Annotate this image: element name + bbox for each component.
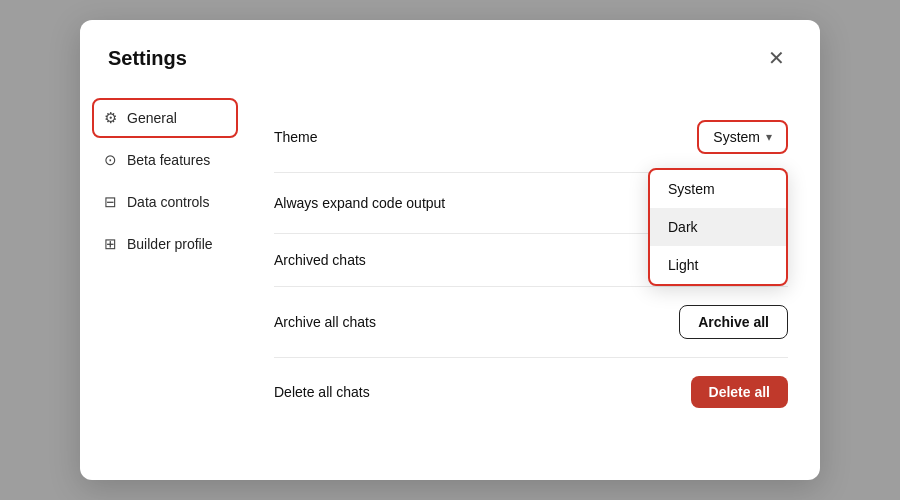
theme-control: System ▾ System Dark Light xyxy=(697,120,788,154)
sidebar-label-beta: Beta features xyxy=(127,152,210,168)
theme-option-dark[interactable]: Dark xyxy=(650,208,786,246)
builder-icon: ⊞ xyxy=(104,235,117,253)
archive-all-row: Archive all chats Archive all xyxy=(274,287,788,358)
archive-all-button[interactable]: Archive all xyxy=(679,305,788,339)
sidebar-label-data: Data controls xyxy=(127,194,209,210)
theme-selected-value: System xyxy=(713,129,760,145)
theme-dropdown-menu: System Dark Light xyxy=(648,168,788,286)
theme-dropdown-button[interactable]: System ▾ xyxy=(697,120,788,154)
sidebar-item-builder[interactable]: ⊞ Builder profile xyxy=(92,224,238,264)
delete-all-row: Delete all chats Delete all xyxy=(274,358,788,426)
sidebar: ⚙ General ⊙ Beta features ⊟ Data control… xyxy=(80,90,250,480)
modal-backdrop: Settings ✕ ⚙ General ⊙ Beta features ⊟ D… xyxy=(0,0,900,500)
modal-body: ⚙ General ⊙ Beta features ⊟ Data control… xyxy=(80,90,820,480)
chevron-down-icon: ▾ xyxy=(766,130,772,144)
sidebar-item-data[interactable]: ⊟ Data controls xyxy=(92,182,238,222)
delete-all-button[interactable]: Delete all xyxy=(691,376,788,408)
modal-title: Settings xyxy=(108,47,187,70)
sidebar-label-builder: Builder profile xyxy=(127,236,213,252)
archived-chats-label: Archived chats xyxy=(274,252,366,268)
theme-option-system[interactable]: System xyxy=(650,170,786,208)
theme-label: Theme xyxy=(274,129,318,145)
content-area: Theme System ▾ System Dark Light xyxy=(250,90,820,480)
sidebar-label-general: General xyxy=(127,110,177,126)
theme-row: Theme System ▾ System Dark Light xyxy=(274,102,788,173)
settings-modal: Settings ✕ ⚙ General ⊙ Beta features ⊟ D… xyxy=(80,20,820,480)
sidebar-item-beta[interactable]: ⊙ Beta features xyxy=(92,140,238,180)
close-icon: ✕ xyxy=(768,46,785,70)
delete-all-label: Delete all chats xyxy=(274,384,370,400)
theme-option-light[interactable]: Light xyxy=(650,246,786,284)
expand-code-label: Always expand code output xyxy=(274,195,445,211)
beta-icon: ⊙ xyxy=(104,151,117,169)
close-button[interactable]: ✕ xyxy=(760,42,792,74)
sidebar-item-general[interactable]: ⚙ General xyxy=(92,98,238,138)
general-icon: ⚙ xyxy=(104,109,117,127)
data-icon: ⊟ xyxy=(104,193,117,211)
modal-header: Settings ✕ xyxy=(80,20,820,90)
archive-all-label: Archive all chats xyxy=(274,314,376,330)
